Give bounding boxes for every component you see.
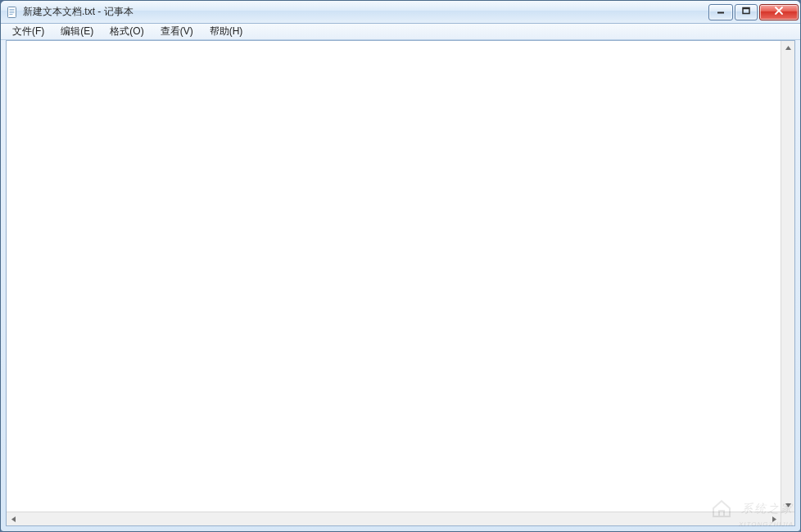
menu-bar: 文件(F) 编辑(E) 格式(O) 查看(V) 帮助(H)	[1, 24, 800, 40]
minimize-button[interactable]	[708, 4, 733, 20]
menu-view[interactable]: 查看(V)	[152, 24, 201, 39]
close-button[interactable]	[759, 4, 799, 20]
scroll-corner	[781, 512, 794, 525]
minimize-icon	[716, 6, 726, 18]
title-bar[interactable]: 新建文本文档.txt - 记事本	[1, 1, 800, 24]
menu-file[interactable]: 文件(F)	[4, 24, 52, 39]
menu-format[interactable]: 格式(O)	[102, 24, 152, 39]
scroll-down-arrow-icon[interactable]	[781, 498, 794, 512]
window-controls	[707, 4, 799, 20]
app-icon	[6, 6, 19, 19]
close-icon	[773, 6, 785, 18]
client-area	[6, 40, 795, 526]
scroll-up-arrow-icon[interactable]	[781, 41, 794, 54]
scroll-right-arrow-icon[interactable]	[767, 512, 781, 525]
notepad-window: 新建文本文档.txt - 记事本 文件(F) 编辑(E) 格式(O) 查看(	[0, 0, 801, 532]
vertical-scrollbar[interactable]	[781, 41, 794, 512]
horizontal-scrollbar[interactable]	[7, 512, 781, 525]
window-title: 新建文本文档.txt - 记事本	[23, 5, 134, 19]
menu-help[interactable]: 帮助(H)	[201, 24, 251, 39]
menu-edit[interactable]: 编辑(E)	[52, 24, 102, 39]
scroll-left-arrow-icon[interactable]	[7, 512, 20, 525]
text-editor[interactable]	[7, 41, 781, 512]
maximize-icon	[741, 6, 751, 18]
maximize-button[interactable]	[735, 4, 758, 20]
